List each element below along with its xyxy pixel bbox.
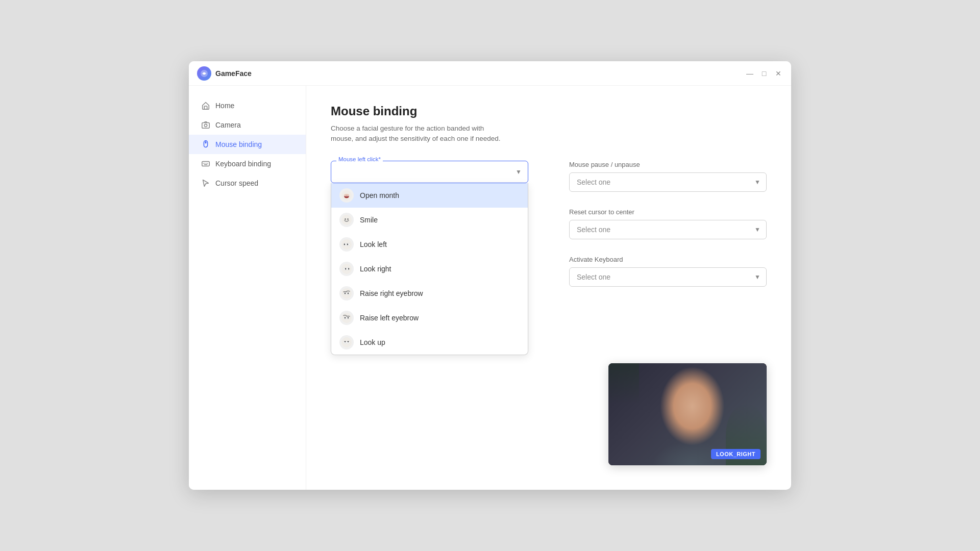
- svg-rect-8: [202, 162, 209, 166]
- dropdown-item-raise-right-eyebrow-label: Raise right eyebrow: [360, 289, 423, 297]
- activate-keyboard-label: Activate Keyboard: [569, 256, 767, 263]
- svg-point-26: [347, 243, 349, 245]
- sidebar-item-home[interactable]: Home: [189, 96, 306, 115]
- form-group-reset-cursor: Reset cursor to center Select one ▼: [569, 208, 767, 239]
- svg-point-4: [204, 124, 207, 127]
- mouse-left-click-fieldset: Mouse left click* ▼: [331, 161, 528, 183]
- minimize-button[interactable]: —: [745, 69, 754, 78]
- dropdown-item-look-up[interactable]: Look up: [331, 330, 528, 355]
- dropdown-item-open-mouth[interactable]: Open month: [331, 183, 528, 208]
- sidebar-item-mouse-binding-label: Mouse binding: [215, 140, 262, 148]
- dropdown-item-look-right-label: Look right: [360, 265, 391, 273]
- sidebar: Home Camera: [189, 86, 306, 490]
- dropdown-item-raise-right-eyebrow[interactable]: Raise right eyebrow: [331, 281, 528, 306]
- camera-background: LOOK_RIGHT: [608, 363, 767, 465]
- camera-icon: [201, 120, 210, 130]
- open-mouth-icon: [339, 188, 354, 203]
- svg-point-1: [203, 72, 205, 74]
- svg-point-41: [348, 317, 349, 318]
- mouse-icon: [201, 140, 210, 149]
- mouse-pause-label: Mouse pause / unpause: [569, 161, 767, 168]
- reset-cursor-label: Reset cursor to center: [569, 208, 767, 216]
- mouse-left-click-legend: Mouse left click*: [336, 156, 383, 162]
- svg-point-25: [344, 243, 346, 245]
- titlebar-controls: — □ ✕: [745, 69, 783, 78]
- look-right-badge: LOOK_RIGHT: [711, 449, 761, 459]
- keyboard-icon: [201, 159, 210, 168]
- svg-point-21: [347, 218, 348, 219]
- reset-cursor-select[interactable]: Select one: [569, 220, 767, 239]
- svg-point-30: [345, 268, 347, 269]
- dropdown-item-look-left-label: Look left: [360, 240, 387, 248]
- dropdown-item-look-right[interactable]: Look right: [331, 257, 528, 281]
- svg-point-7: [205, 142, 206, 143]
- svg-rect-3: [202, 123, 209, 129]
- dropdown-item-look-up-label: Look up: [360, 338, 385, 346]
- home-icon: [201, 101, 210, 110]
- sidebar-item-keyboard-binding-label: Keyboard binding: [215, 160, 271, 168]
- sidebar-item-mouse-binding[interactable]: Mouse binding: [189, 135, 306, 154]
- dropdown-menu: Open month: [331, 183, 528, 355]
- dropdown-item-smile-label: Smile: [360, 216, 378, 224]
- form-group-activate-keyboard: Activate Keyboard Select one ▼: [569, 256, 767, 287]
- svg-point-35: [345, 292, 346, 294]
- dropdown-item-open-mouth-label: Open month: [360, 191, 399, 199]
- sidebar-item-camera-label: Camera: [215, 121, 241, 129]
- dropdown-item-raise-left-eyebrow[interactable]: Raise left eyebrow: [331, 306, 528, 330]
- app-title: GameFace: [215, 69, 252, 78]
- smile-icon: [339, 213, 354, 227]
- dropdown-item-look-left[interactable]: Look left: [331, 232, 528, 257]
- raise-left-eyebrow-icon: [339, 311, 354, 325]
- look-left-icon: [339, 237, 354, 252]
- look-right-icon: [339, 262, 354, 276]
- sidebar-item-camera[interactable]: Camera: [189, 115, 306, 135]
- sidebar-item-cursor-speed-label: Cursor speed: [215, 179, 258, 187]
- mouse-left-click-dropdown[interactable]: Mouse left click* ▼: [331, 161, 528, 183]
- reset-cursor-select-wrapper: Select one ▼: [569, 220, 767, 239]
- svg-point-20: [345, 218, 346, 219]
- maximize-button[interactable]: □: [760, 69, 769, 78]
- main-content: Mouse binding Choose a facial gesture fo…: [306, 86, 791, 490]
- sidebar-item-home-label: Home: [215, 102, 234, 110]
- svg-point-18: [345, 195, 349, 196]
- app-window: GameFace — □ ✕ Home: [189, 61, 791, 490]
- svg-point-46: [348, 341, 349, 342]
- svg-point-45: [345, 341, 346, 342]
- svg-point-19: [341, 215, 352, 225]
- dropdown-item-raise-left-eyebrow-label: Raise left eyebrow: [360, 314, 419, 322]
- svg-point-31: [348, 268, 350, 269]
- titlebar-left: GameFace: [197, 66, 252, 81]
- form-group-mouse-left-click: Mouse left click* ▼: [331, 161, 528, 192]
- page-title: Mouse binding: [331, 104, 767, 118]
- main-layout: Home Camera: [189, 86, 791, 490]
- mouse-pause-select[interactable]: Select one: [569, 172, 767, 192]
- sidebar-item-keyboard-binding[interactable]: Keyboard binding: [189, 154, 306, 173]
- svg-point-36: [348, 292, 349, 294]
- mouse-pause-select-wrapper: Select one ▼: [569, 172, 767, 192]
- sidebar-item-cursor-speed[interactable]: Cursor speed: [189, 173, 306, 193]
- mouse-left-click-value[interactable]: [331, 161, 528, 183]
- camera-feed: LOOK_RIGHT: [608, 363, 767, 465]
- page-description: Choose a facial gesture for the action b…: [331, 123, 504, 144]
- svg-rect-2: [204, 106, 207, 109]
- activate-keyboard-select-wrapper: Select one ▼: [569, 267, 767, 287]
- raise-right-eyebrow-icon: [339, 286, 354, 300]
- form-grid: Mouse left click* ▼: [331, 161, 767, 287]
- close-button[interactable]: ✕: [774, 69, 783, 78]
- form-group-mouse-pause: Mouse pause / unpause Select one ▼: [569, 161, 767, 192]
- cursor-icon: [201, 179, 210, 188]
- titlebar: GameFace — □ ✕: [189, 61, 791, 86]
- activate-keyboard-select[interactable]: Select one: [569, 267, 767, 287]
- look-up-icon: [339, 335, 354, 349]
- dropdown-item-smile[interactable]: Smile: [331, 208, 528, 232]
- app-icon: [197, 66, 211, 81]
- svg-point-40: [345, 317, 346, 318]
